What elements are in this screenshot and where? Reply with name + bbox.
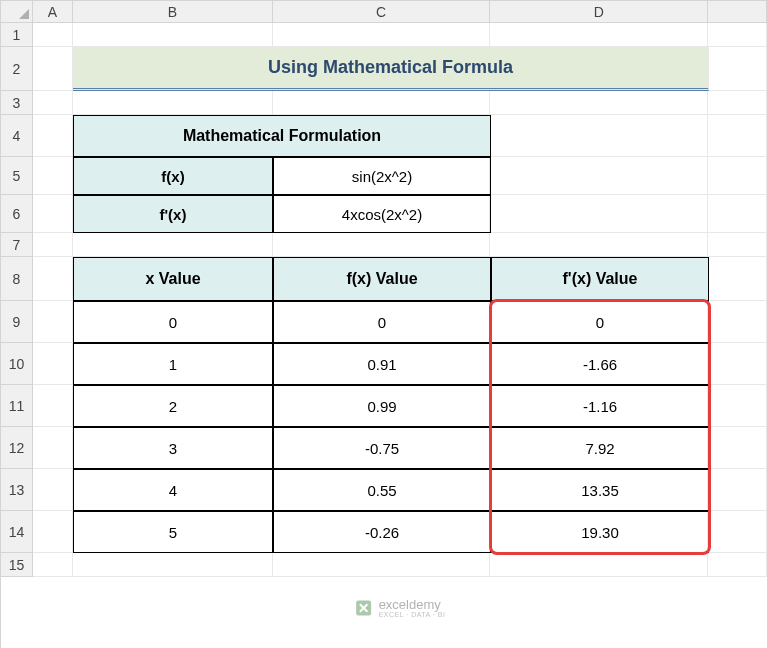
- cell-D15[interactable]: [490, 553, 708, 577]
- table-cell-r5-c1[interactable]: -0.26: [273, 511, 491, 553]
- cell-filler-3: [708, 91, 767, 115]
- select-all-corner[interactable]: [1, 1, 33, 23]
- cell-A7[interactable]: [33, 233, 73, 257]
- cell-filler-6: [708, 195, 767, 233]
- cell-A2[interactable]: [33, 47, 73, 91]
- row-header-3[interactable]: 3: [1, 91, 32, 115]
- row-header-5[interactable]: 5: [1, 157, 32, 195]
- table-cell-r2-c0[interactable]: 2: [73, 385, 273, 427]
- cell-B3[interactable]: [73, 91, 273, 115]
- col-header-A[interactable]: A: [33, 1, 73, 23]
- row-header-12[interactable]: 12: [1, 427, 32, 469]
- cell-filler-15: [708, 553, 767, 577]
- watermark-name: exceldemy: [379, 598, 446, 611]
- table-header-0: x Value: [73, 257, 273, 301]
- cell-D3[interactable]: [490, 91, 708, 115]
- cell-A12[interactable]: [33, 427, 73, 469]
- table-cell-r1-c2[interactable]: -1.66: [491, 343, 709, 385]
- row-header-1[interactable]: 1: [1, 23, 32, 47]
- table-cell-r2-c1[interactable]: 0.99: [273, 385, 491, 427]
- cell-filler-1: [708, 23, 767, 47]
- cell-D5[interactable]: [490, 157, 708, 195]
- table-cell-r0-c2[interactable]: 0: [491, 301, 709, 343]
- cell-filler-4: [708, 115, 767, 157]
- row-header-9[interactable]: 9: [1, 301, 32, 343]
- col-header-filler: [708, 1, 767, 23]
- formulation-label-0: f(x): [73, 157, 273, 195]
- cell-A1[interactable]: [33, 23, 73, 47]
- row-header-6[interactable]: 6: [1, 195, 32, 233]
- cell-B7[interactable]: [73, 233, 273, 257]
- table-cell-r0-c1[interactable]: 0: [273, 301, 491, 343]
- col-header-B[interactable]: B: [73, 1, 273, 23]
- col-header-C[interactable]: C: [273, 1, 491, 23]
- table-cell-r5-c2[interactable]: 19.30: [491, 511, 709, 553]
- watermark-sub: EXCEL · DATA · BI: [379, 611, 446, 618]
- svg-rect-0: [356, 601, 371, 616]
- spreadsheet: ABCD 123456789101112131415 Using Mathema…: [0, 0, 767, 648]
- watermark: exceldemyEXCEL · DATA · BI: [355, 598, 446, 618]
- table-cell-r2-c2[interactable]: -1.16: [491, 385, 709, 427]
- row-headers: 123456789101112131415: [1, 23, 33, 577]
- cell-D4[interactable]: [490, 115, 708, 157]
- cell-A5[interactable]: [33, 157, 73, 195]
- cell-C15[interactable]: [273, 553, 491, 577]
- cell-D7[interactable]: [490, 233, 708, 257]
- cell-filler-11: [708, 385, 767, 427]
- table-cell-r1-c0[interactable]: 1: [73, 343, 273, 385]
- cell-filler-2: [708, 47, 767, 91]
- table-cell-r1-c1[interactable]: 0.91: [273, 343, 491, 385]
- cell-A10[interactable]: [33, 343, 73, 385]
- cell-A13[interactable]: [33, 469, 73, 511]
- row-header-8[interactable]: 8: [1, 257, 32, 301]
- cell-D1[interactable]: [490, 23, 708, 47]
- table-cell-r4-c1[interactable]: 0.55: [273, 469, 491, 511]
- row-header-4[interactable]: 4: [1, 115, 32, 157]
- cell-A15[interactable]: [33, 553, 73, 577]
- row-header-11[interactable]: 11: [1, 385, 32, 427]
- cell-A6[interactable]: [33, 195, 73, 233]
- cell-A3[interactable]: [33, 91, 73, 115]
- cell-A9[interactable]: [33, 301, 73, 343]
- cell-A8[interactable]: [33, 257, 73, 301]
- row-header-7[interactable]: 7: [1, 233, 32, 257]
- formulation-value-0: sin(2x^2): [273, 157, 491, 195]
- table-cell-r3-c1[interactable]: -0.75: [273, 427, 491, 469]
- cell-A4[interactable]: [33, 115, 73, 157]
- formulation-value-1: 4xcos(2x^2): [273, 195, 491, 233]
- cell-filler-14: [708, 511, 767, 553]
- cell-B15[interactable]: [73, 553, 273, 577]
- page-title: Using Mathematical Formula: [73, 47, 709, 91]
- cell-C1[interactable]: [273, 23, 491, 47]
- formulation-header: Mathematical Formulation: [73, 115, 491, 157]
- table-header-1: f(x) Value: [273, 257, 491, 301]
- row-header-13[interactable]: 13: [1, 469, 32, 511]
- table-cell-r0-c0[interactable]: 0: [73, 301, 273, 343]
- cell-A11[interactable]: [33, 385, 73, 427]
- formulation-label-1: f'(x): [73, 195, 273, 233]
- table-cell-r3-c0[interactable]: 3: [73, 427, 273, 469]
- table-cell-r5-c0[interactable]: 5: [73, 511, 273, 553]
- cell-filler-13: [708, 469, 767, 511]
- cell-filler-8: [708, 257, 767, 301]
- row-header-15[interactable]: 15: [1, 553, 32, 577]
- cell-filler-12: [708, 427, 767, 469]
- table-cell-r4-c0[interactable]: 4: [73, 469, 273, 511]
- row-header-14[interactable]: 14: [1, 511, 32, 553]
- row-header-10[interactable]: 10: [1, 343, 32, 385]
- cell-filler-9: [708, 301, 767, 343]
- grid: Using Mathematical FormulaMathematical F…: [33, 23, 767, 648]
- logo-icon: [355, 599, 373, 617]
- cell-C3[interactable]: [273, 91, 491, 115]
- cell-B1[interactable]: [73, 23, 273, 47]
- column-headers: ABCD: [33, 1, 767, 23]
- cell-C7[interactable]: [273, 233, 491, 257]
- table-cell-r3-c2[interactable]: 7.92: [491, 427, 709, 469]
- cell-A14[interactable]: [33, 511, 73, 553]
- col-header-D[interactable]: D: [490, 1, 708, 23]
- cell-filler-10: [708, 343, 767, 385]
- row-header-2[interactable]: 2: [1, 47, 32, 91]
- table-cell-r4-c2[interactable]: 13.35: [491, 469, 709, 511]
- table-header-2: f'(x) Value: [491, 257, 709, 301]
- cell-D6[interactable]: [490, 195, 708, 233]
